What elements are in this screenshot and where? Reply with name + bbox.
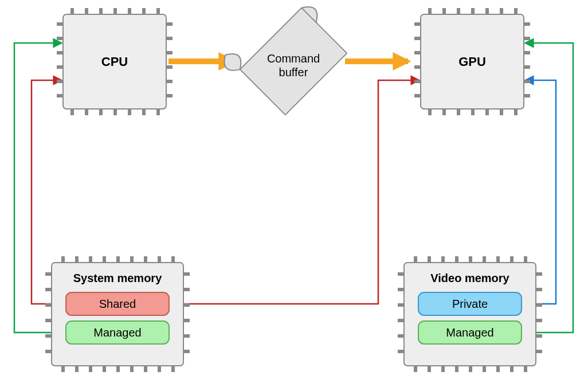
- command-buffer-label-1: Command: [267, 52, 320, 65]
- video-memory-chip: Video memory Private Managed: [398, 256, 542, 372]
- diagram-root: CPU GPU Command buffer: [0, 0, 588, 391]
- cpu-chip: CPU: [57, 8, 173, 115]
- system-memory-managed-label: Managed: [93, 326, 141, 339]
- gpu-chip: GPU: [414, 8, 530, 115]
- command-buffer-scroll-icon: Command buffer: [219, 0, 353, 121]
- video-memory-managed-label: Managed: [446, 326, 493, 339]
- video-memory-private-label: Private: [452, 298, 488, 310]
- system-memory-title: System memory: [73, 272, 162, 284]
- command-buffer-label-2: buffer: [279, 66, 308, 79]
- arrow-gpu-shared: [171, 80, 419, 304]
- gpu-label: GPU: [458, 54, 486, 69]
- video-memory-title: Video memory: [430, 272, 509, 284]
- system-memory-shared-label: Shared: [99, 298, 136, 310]
- system-memory-chip: System memory Shared Managed: [45, 256, 190, 372]
- cpu-label: CPU: [101, 54, 128, 69]
